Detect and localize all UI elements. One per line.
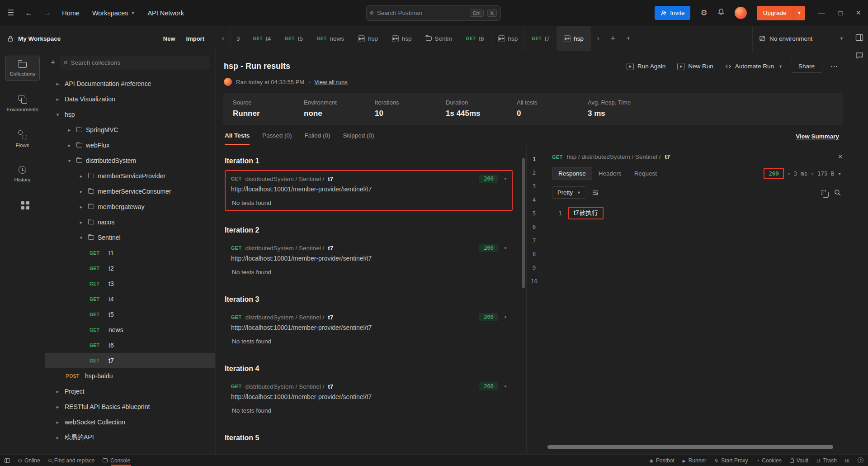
beautify-icon[interactable] xyxy=(592,190,599,196)
help-icon[interactable]: ? xyxy=(858,457,863,463)
comments-icon[interactable] xyxy=(855,52,863,59)
iteration-number[interactable]: 6 xyxy=(533,220,536,234)
open-tab[interactable]: GET ▶ t5 xyxy=(278,26,310,51)
tree-item[interactable]: webSocket Collection xyxy=(45,414,215,430)
options-dot-icon[interactable] xyxy=(505,385,506,387)
minimize-icon[interactable]: — xyxy=(818,9,825,17)
maximize-icon[interactable]: □ xyxy=(838,9,842,17)
response-tab[interactable]: Request xyxy=(628,167,663,180)
upgrade-chevron-icon[interactable]: ▼ xyxy=(793,6,806,20)
hamburger-menu-icon[interactable]: ☰ xyxy=(7,8,14,18)
statusbar-item[interactable]: Vault xyxy=(790,457,808,464)
tree-item[interactable]: GET t2 xyxy=(45,261,215,276)
iteration-request-card[interactable]: GET distributedSystem / Sentinel / t7 20… xyxy=(225,239,513,280)
statusbar-item[interactable]: Runner xyxy=(683,457,706,464)
response-tab[interactable]: Headers xyxy=(592,167,628,180)
run-again-button[interactable]: ▶ Run Again xyxy=(623,60,669,73)
iteration-number[interactable]: 7 xyxy=(533,234,536,247)
tree-item[interactable]: GET t5 xyxy=(45,307,215,322)
statusbar-item[interactable]: Start Proxy xyxy=(714,457,748,464)
tree-item[interactable]: memberServiceConsumer xyxy=(45,184,215,199)
layout-panel-icon[interactable] xyxy=(855,34,863,41)
options-dot-icon[interactable] xyxy=(505,247,506,249)
statusbar-item[interactable]: Online xyxy=(18,457,40,464)
open-tab[interactable]: ▶ Sentin xyxy=(419,26,459,51)
back-icon[interactable]: ← xyxy=(25,9,33,18)
workspace-title[interactable]: My Workspace xyxy=(18,35,61,42)
iteration-number[interactable]: 2 xyxy=(533,166,536,180)
search-collections-input[interactable] xyxy=(71,59,206,66)
tree-item[interactable]: GET t4 xyxy=(45,291,215,307)
close-response-icon[interactable]: × xyxy=(838,152,843,162)
tree-item[interactable]: GET t1 xyxy=(45,245,215,261)
new-tab-icon[interactable]: + xyxy=(605,26,621,51)
invite-button[interactable]: Invite xyxy=(655,6,690,20)
horizontal-scrollbar[interactable] xyxy=(547,445,833,449)
close-window-icon[interactable]: × xyxy=(856,8,861,18)
new-button[interactable]: New xyxy=(159,33,179,45)
options-dot-icon[interactable] xyxy=(505,178,506,180)
rail-item[interactable] xyxy=(5,196,40,209)
notifications-bell-icon[interactable] xyxy=(717,8,725,18)
import-button[interactable]: Import xyxy=(182,33,208,45)
tabs-dropdown-icon[interactable]: ▼ xyxy=(621,26,636,51)
iteration-number[interactable]: 3 xyxy=(533,180,536,193)
results-tab[interactable]: Failed (0) xyxy=(305,132,330,145)
tree-item[interactable]: distributedSystem xyxy=(45,153,215,168)
more-options-icon[interactable]: ⋯ xyxy=(827,59,842,73)
results-tab[interactable]: Skipped (0) xyxy=(343,132,374,145)
nav-api-network[interactable]: API Network xyxy=(147,10,184,17)
rail-item[interactable]: Environments xyxy=(5,90,40,117)
rail-item[interactable]: Collections xyxy=(5,56,40,81)
rail-item[interactable]: Flows xyxy=(5,126,40,152)
view-summary-link[interactable]: View Summary xyxy=(796,133,839,145)
tree-item[interactable]: RESTful API Basics #blueprint xyxy=(45,399,215,414)
iteration-number[interactable]: 9 xyxy=(533,261,536,275)
tree-item[interactable]: GET news xyxy=(45,322,215,338)
results-tab[interactable]: Passed (0) xyxy=(262,132,292,145)
iteration-request-card[interactable]: GET distributedSystem / Sentinel / t7 20… xyxy=(225,309,513,349)
open-tab[interactable]: GET ▶ t4 xyxy=(246,26,278,51)
settings-gear-icon[interactable]: ⚙ xyxy=(700,8,707,18)
tree-item[interactable]: membergateway xyxy=(45,199,215,214)
search-collections-box[interactable] xyxy=(60,56,210,70)
forward-icon[interactable]: → xyxy=(43,9,51,18)
open-tab[interactable]: GET ▶ news xyxy=(310,26,351,51)
options-dot-icon[interactable] xyxy=(505,316,506,318)
new-run-button[interactable]: ▶ New Run xyxy=(674,60,717,73)
statusbar-item[interactable]: Trash xyxy=(816,457,837,464)
statusbar-item[interactable]: Cookies xyxy=(756,457,782,464)
iteration-request-card[interactable]: GET distributedSystem / Sentinel / t7 20… xyxy=(225,378,513,418)
response-tab[interactable]: Response xyxy=(552,167,592,180)
tree-item[interactable]: memberServiceProvider xyxy=(45,168,215,184)
tree-item[interactable]: hsp xyxy=(45,107,215,122)
iteration-request-card[interactable]: GET distributedSystem / Sentinel / t7 20… xyxy=(225,170,513,211)
share-button[interactable]: Share xyxy=(791,60,822,73)
open-tab[interactable]: ▶ hsp xyxy=(491,26,525,51)
nav-workspaces[interactable]: Workspaces▼ xyxy=(92,10,135,17)
tree-item[interactable]: Data Visualization xyxy=(45,91,215,107)
open-tab[interactable]: ▶ hsp xyxy=(385,26,419,51)
environment-selector[interactable]: No environment ▼ xyxy=(752,26,850,51)
open-tab[interactable]: ▶ hsp xyxy=(557,26,591,51)
upgrade-button[interactable]: Upgrade ▼ xyxy=(757,6,806,20)
tree-item[interactable]: GET t6 xyxy=(45,338,215,353)
tree-item[interactable]: POST hsp-baidu xyxy=(45,368,215,384)
tree-item[interactable]: Project xyxy=(45,384,215,399)
view-all-runs-link[interactable]: View all runs xyxy=(314,79,347,86)
iteration-number[interactable]: 5 xyxy=(533,207,536,220)
nav-home[interactable]: Home xyxy=(62,10,80,17)
tabs-scroll-right-icon[interactable]: › xyxy=(591,26,605,51)
tree-item[interactable]: API Documentation #reference xyxy=(45,76,215,91)
tree-item[interactable]: Sentinel xyxy=(45,230,215,245)
results-tab[interactable]: All Tests xyxy=(225,132,250,145)
search-response-icon[interactable] xyxy=(834,189,841,196)
split-view-button[interactable] xyxy=(845,457,849,464)
user-avatar[interactable] xyxy=(735,7,747,19)
tree-item[interactable]: GET t7 xyxy=(45,353,215,368)
toggle-sidebar-button[interactable] xyxy=(5,458,10,463)
tabs-scroll-left-icon[interactable]: ‹ xyxy=(216,26,231,51)
iteration-number[interactable]: 1 xyxy=(533,152,536,166)
add-collection-icon[interactable]: + xyxy=(51,58,56,67)
tree-item[interactable]: 欧易的API xyxy=(45,430,215,445)
